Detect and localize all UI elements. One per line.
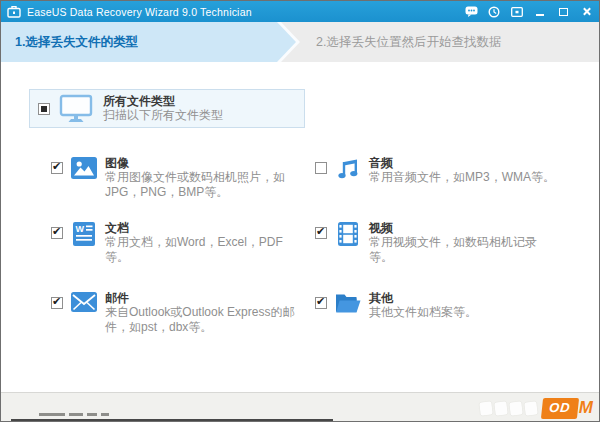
app-toolbox-icon bbox=[7, 5, 21, 18]
step-2-label: 2.选择丢失位置然后开始查找数据 bbox=[316, 34, 501, 51]
cutoff-element-edge bbox=[11, 419, 333, 421]
svg-text:W: W bbox=[75, 224, 84, 234]
monitor-icon bbox=[59, 94, 93, 123]
watermark-glyphs bbox=[480, 402, 537, 415]
file-type-title: 图像 bbox=[105, 156, 301, 170]
file-type-selection-panel: 所有文件类型 扫描以下所有文件类型 图像 常用图像文件或数码相机照片，如JPG，… bbox=[1, 62, 599, 392]
history-icon[interactable] bbox=[487, 6, 501, 18]
file-type-title: 文档 bbox=[105, 221, 301, 235]
wizard-step-bar: 1.选择丢失文件的类型 2.选择丢失位置然后开始查找数据 bbox=[1, 22, 599, 62]
other-checkbox[interactable] bbox=[315, 297, 327, 309]
file-type-item-other[interactable]: 其他 其他文件如档案等。 bbox=[315, 291, 557, 320]
audio-icon bbox=[334, 157, 361, 181]
all-file-types-title: 所有文件类型 bbox=[103, 94, 223, 108]
titlebar: EaseUS Data Recovery Wizard 9.0 Technici… bbox=[1, 1, 599, 22]
minimize-icon[interactable] bbox=[533, 6, 547, 18]
file-type-description: 常用视频文件，如数码相机记录等。 bbox=[369, 235, 557, 264]
window-capture-icon[interactable] bbox=[510, 6, 524, 18]
file-type-item-video[interactable]: 视频 常用视频文件，如数码相机记录等。 bbox=[315, 221, 557, 264]
file-type-item-audio[interactable]: 音频 常用音频文件，如MP3，WMA等。 bbox=[315, 156, 557, 185]
site-watermark: OD M bbox=[480, 397, 593, 419]
document-icon: W bbox=[70, 222, 97, 246]
file-type-description: 常用图像文件或数码相机照片，如JPG，PNG，BMP等。 bbox=[105, 170, 301, 199]
watermark-badge-suffix: M bbox=[579, 398, 593, 418]
file-type-title: 视频 bbox=[369, 221, 557, 235]
image-icon bbox=[70, 157, 97, 179]
app-window: EaseUS Data Recovery Wizard 9.0 Technici… bbox=[0, 0, 600, 422]
file-type-description: 其他文件如档案等。 bbox=[369, 305, 557, 320]
audio-checkbox[interactable] bbox=[315, 162, 327, 174]
close-icon[interactable] bbox=[579, 6, 593, 18]
all-file-types-option[interactable]: 所有文件类型 扫描以下所有文件类型 bbox=[29, 89, 305, 128]
file-type-item-image[interactable]: 图像 常用图像文件或数码相机照片，如JPG，PNG，BMP等。 bbox=[51, 156, 301, 199]
step-1-tab[interactable]: 1.选择丢失文件的类型 bbox=[1, 22, 296, 62]
file-type-description: 常用文档，如Word，Excel，PDF等。 bbox=[105, 235, 301, 264]
file-type-title: 音频 bbox=[369, 156, 557, 170]
file-type-title: 邮件 bbox=[105, 291, 301, 305]
email-icon bbox=[70, 292, 97, 312]
file-type-title: 其他 bbox=[369, 291, 557, 305]
image-checkbox[interactable] bbox=[51, 162, 63, 174]
video-checkbox[interactable] bbox=[315, 227, 327, 239]
chat-icon[interactable] bbox=[464, 6, 478, 18]
all-file-types-checkbox[interactable] bbox=[38, 103, 50, 115]
all-file-types-description: 扫描以下所有文件类型 bbox=[103, 108, 223, 123]
window-title: EaseUS Data Recovery Wizard 9.0 Technici… bbox=[27, 6, 252, 18]
file-type-item-email[interactable]: 邮件 来自Outlook或Outlook Express的邮件，如pst，dbx… bbox=[51, 291, 301, 334]
file-type-description: 来自Outlook或Outlook Express的邮件，如pst，dbx等。 bbox=[105, 305, 301, 334]
step-1-label: 1.选择丢失文件的类型 bbox=[1, 34, 138, 51]
document-checkbox[interactable] bbox=[51, 227, 63, 239]
step-2-tab[interactable]: 2.选择丢失位置然后开始查找数据 bbox=[316, 22, 501, 62]
cutoff-text-fragment bbox=[39, 413, 109, 416]
folder-icon bbox=[334, 292, 361, 313]
file-type-item-document[interactable]: W 文档 常用文档，如Word，Excel，PDF等。 bbox=[51, 221, 301, 264]
file-type-description: 常用音频文件，如MP3，WMA等。 bbox=[369, 170, 557, 185]
email-checkbox[interactable] bbox=[51, 297, 63, 309]
watermark-badge: OD bbox=[541, 398, 579, 419]
video-icon bbox=[334, 222, 361, 246]
footer-bar: OD M bbox=[1, 392, 599, 422]
maximize-icon[interactable] bbox=[556, 6, 570, 18]
